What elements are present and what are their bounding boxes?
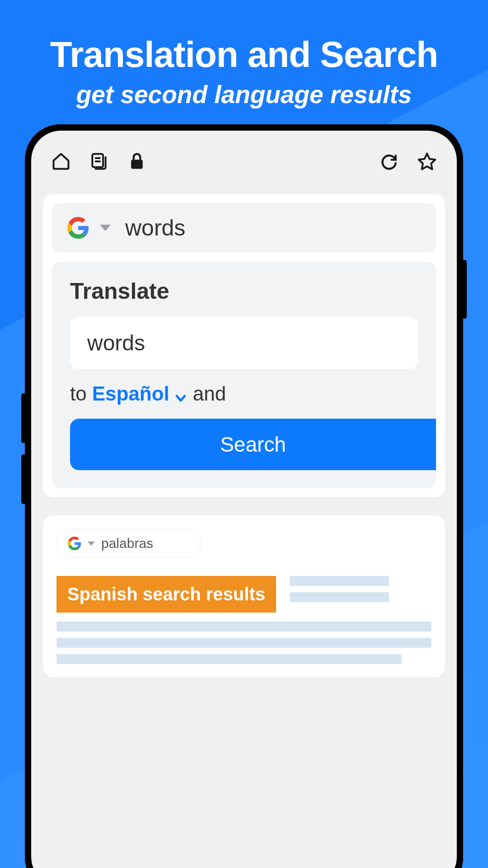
phone-side-button	[462, 260, 467, 319]
search-and-translate-card: words Translate words to Español and	[43, 194, 445, 497]
phone-frame: words Translate words to Español and	[25, 124, 463, 868]
chevron-down-icon	[174, 387, 188, 401]
lock-icon[interactable]	[126, 151, 148, 172]
google-logo-icon	[68, 537, 81, 550]
phone-volume-up	[21, 393, 26, 443]
search-bar[interactable]: words	[52, 203, 436, 253]
translated-query: palabras	[101, 536, 153, 551]
results-badge: Spanish search results	[56, 576, 276, 613]
results-card: palabras Spanish search results	[43, 515, 445, 678]
skeleton-line	[290, 592, 389, 602]
home-icon[interactable]	[50, 151, 72, 172]
to-label: to	[70, 382, 87, 405]
search-button[interactable]: Search	[70, 419, 436, 470]
translated-search-bar[interactable]: palabras	[56, 529, 201, 558]
hero-title: Translation and Search	[0, 34, 488, 75]
and-label: and	[193, 382, 226, 405]
search-engine-dropdown-icon[interactable]	[100, 225, 111, 231]
phone-screen: words Translate words to Español and	[31, 131, 457, 868]
search-engine-dropdown-icon[interactable]	[88, 542, 95, 546]
translate-input[interactable]: words	[70, 317, 418, 369]
language-select[interactable]: Español	[92, 382, 188, 405]
translate-panel: Translate words to Español and Search	[52, 262, 436, 488]
browser-toolbar	[31, 131, 457, 187]
google-logo-icon	[67, 217, 89, 239]
skeleton-line	[56, 622, 432, 632]
translate-heading: Translate	[70, 278, 418, 304]
search-query[interactable]: words	[125, 215, 185, 241]
result-skeleton	[290, 576, 432, 602]
result-skeleton-block	[56, 622, 432, 664]
skeleton-line	[56, 638, 432, 648]
svg-rect-3	[131, 160, 143, 169]
hero-subtitle: get second language results	[0, 80, 488, 109]
language-name: Español	[92, 382, 169, 405]
tabs-icon[interactable]	[88, 151, 110, 172]
skeleton-line	[56, 654, 402, 664]
reload-icon[interactable]	[378, 151, 400, 172]
phone-volume-down	[21, 454, 26, 504]
language-line: to Español and	[70, 382, 418, 405]
skeleton-line	[290, 576, 389, 586]
star-icon[interactable]	[416, 151, 438, 172]
results-preview: Spanish search results	[56, 576, 432, 613]
page-content: words Translate words to Español and	[31, 187, 457, 678]
hero-text: Translation and Search get second langua…	[0, 0, 488, 109]
